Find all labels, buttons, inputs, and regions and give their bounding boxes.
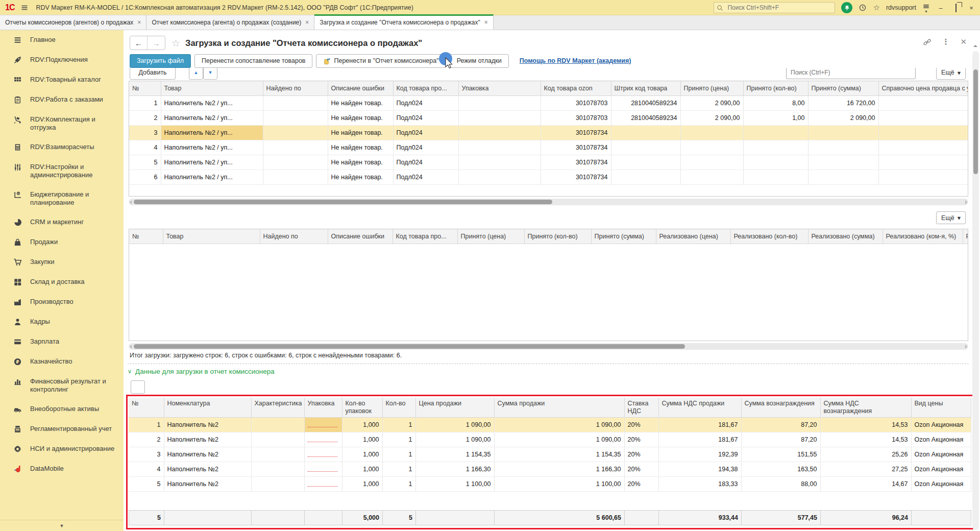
cell[interactable] xyxy=(251,462,304,477)
empty-required-field[interactable] xyxy=(308,450,337,457)
empty-required-field[interactable] xyxy=(308,421,337,427)
column-header[interactable]: Упаковка xyxy=(304,398,342,418)
cell[interactable]: 301078703 xyxy=(541,95,611,110)
tab[interactable]: Отчет комиссионера (агента) о продажах (… xyxy=(146,15,314,30)
cell[interactable]: Не найден товар. xyxy=(328,140,393,155)
cell[interactable] xyxy=(878,155,968,170)
tab-close-icon[interactable]: × xyxy=(137,19,141,26)
column-header[interactable]: Штрих код товара xyxy=(611,81,680,95)
sidebar-item-treasury[interactable]: ₽Казначейство xyxy=(0,352,124,372)
cell[interactable]: Не найден товар. xyxy=(328,170,393,184)
cell[interactable]: Наполнитель №2 xyxy=(164,462,251,477)
cell[interactable]: 20% xyxy=(624,432,658,447)
cell[interactable] xyxy=(611,125,680,140)
column-header[interactable]: Товар xyxy=(161,81,263,95)
cell[interactable]: 2 xyxy=(129,110,161,125)
column-header[interactable]: Описание ошибки xyxy=(328,229,393,244)
grid1-horizontal-scrollbar[interactable] xyxy=(129,199,968,205)
cell[interactable] xyxy=(304,432,342,447)
column-header[interactable]: Код товара про... xyxy=(393,81,458,95)
cell[interactable]: 1 xyxy=(382,447,415,462)
column-header[interactable]: Принято (сумма) xyxy=(591,229,656,244)
cell[interactable] xyxy=(808,170,878,184)
cell[interactable]: Ozon Акционная xyxy=(911,447,971,462)
cell[interactable]: 1,000 xyxy=(342,477,382,492)
cell[interactable]: 2 090,00 xyxy=(808,110,878,125)
cell[interactable]: 192,39 xyxy=(658,447,741,462)
cell[interactable] xyxy=(263,155,328,170)
cell[interactable]: Наполнитель №2 / уп... xyxy=(161,95,263,110)
column-header[interactable]: Принято (кол-во) xyxy=(524,229,591,244)
cell[interactable] xyxy=(680,170,743,184)
cell[interactable]: 1,000 xyxy=(342,462,382,477)
cell[interactable] xyxy=(263,110,328,125)
cell[interactable]: Наполнитель №2 / уп... xyxy=(161,170,263,184)
current-user[interactable]: rdvsupport xyxy=(886,4,916,11)
cell[interactable]: Наполнитель №2 xyxy=(164,432,251,447)
cell[interactable] xyxy=(878,125,968,140)
cell[interactable]: 6 xyxy=(129,170,161,184)
cell[interactable]: 181,67 xyxy=(658,432,741,447)
cell[interactable] xyxy=(304,418,342,432)
cell[interactable]: 2 090,00 xyxy=(680,110,743,125)
cell[interactable] xyxy=(611,170,680,184)
cell[interactable] xyxy=(743,125,808,140)
column-header[interactable]: Код товара про... xyxy=(393,229,457,244)
column-header[interactable]: Номенклатура xyxy=(164,398,251,418)
tab-close-icon[interactable]: × xyxy=(305,19,309,26)
column-header[interactable]: Сумма НДС продажи xyxy=(658,398,741,418)
sidebar-item-sales[interactable]: Продажи xyxy=(0,232,124,252)
sidebar-item-crm[interactable]: CRM и маркетинг xyxy=(0,212,124,232)
empty-required-field[interactable] xyxy=(308,436,337,442)
cell[interactable]: 4 xyxy=(129,462,164,477)
empty-required-field[interactable] xyxy=(308,465,337,472)
cell[interactable]: 27,25 xyxy=(820,462,911,477)
more-menu-icon[interactable]: ⋮ xyxy=(942,37,950,46)
cell[interactable]: Наполнитель №2 / уп... xyxy=(161,125,263,140)
cell[interactable]: Ozon Акционная xyxy=(911,418,971,432)
notifications-icon[interactable] xyxy=(841,2,852,13)
column-header[interactable]: Упаковка xyxy=(458,81,541,95)
sidebar-item-finance[interactable]: Финансовый результат и контроллинг xyxy=(0,372,124,399)
cell[interactable]: 4 xyxy=(129,140,161,155)
cell[interactable]: 14,67 xyxy=(820,477,911,492)
cell[interactable]: 301078734 xyxy=(541,140,611,155)
cell[interactable] xyxy=(304,477,342,492)
column-header[interactable]: Сумма вознаграждения xyxy=(741,398,820,418)
cell[interactable]: 16 720,00 xyxy=(808,95,878,110)
column-header[interactable]: Реализовано (кол-во) xyxy=(730,229,808,244)
column-header[interactable]: Р xyxy=(963,229,968,244)
cell[interactable]: 2810040589234 xyxy=(611,110,680,125)
cell[interactable]: 87,20 xyxy=(741,418,820,432)
column-header[interactable]: Сумма продажи xyxy=(494,398,624,418)
column-header[interactable]: Справочно цена продавца с учетом xyxy=(878,81,968,95)
sidebar-item-orders[interactable]: RDV:Работа с заказами xyxy=(0,90,124,110)
help-link[interactable]: Помощь по RDV Маркет (академия) xyxy=(520,57,631,64)
cell[interactable]: Наполнитель №2 xyxy=(164,477,251,492)
cell[interactable] xyxy=(263,170,328,184)
grid2-more-button[interactable]: Ещё ▾ xyxy=(936,211,966,224)
grid-search-input[interactable] xyxy=(786,68,916,79)
minimize-button[interactable]: – xyxy=(936,4,945,12)
column-header[interactable]: Кол-во xyxy=(382,398,415,418)
cell[interactable]: Наполнитель №2 / уп... xyxy=(161,110,263,125)
cell[interactable]: 1 154,35 xyxy=(415,447,494,462)
favorites-star-icon[interactable]: ☆ xyxy=(873,3,879,12)
cell[interactable]: Наполнитель №2 / уп... xyxy=(161,140,263,155)
cell[interactable]: 1,000 xyxy=(342,418,382,432)
cell[interactable]: 1 xyxy=(382,418,415,432)
cell[interactable]: 183,33 xyxy=(658,477,741,492)
cell[interactable]: Не найден товар. xyxy=(328,155,393,170)
cell[interactable]: 1 xyxy=(129,418,164,432)
cell[interactable] xyxy=(680,125,743,140)
cell[interactable]: 301078734 xyxy=(541,155,611,170)
cell[interactable] xyxy=(743,170,808,184)
cell[interactable] xyxy=(251,447,304,462)
transfer-mapping-button[interactable]: Перенести сопоставление товаров xyxy=(194,54,312,68)
sidebar-item-warehouse[interactable]: Склад и доставка xyxy=(0,272,124,292)
column-header[interactable]: Реализовано (ком-я, %) xyxy=(883,229,963,244)
cell[interactable]: 151,55 xyxy=(741,447,820,462)
cell[interactable]: 1,000 xyxy=(342,447,382,462)
sidebar-item-settlements[interactable]: RDV:Взаиморасчеты xyxy=(0,137,124,157)
cell[interactable]: 1 090,00 xyxy=(494,418,624,432)
